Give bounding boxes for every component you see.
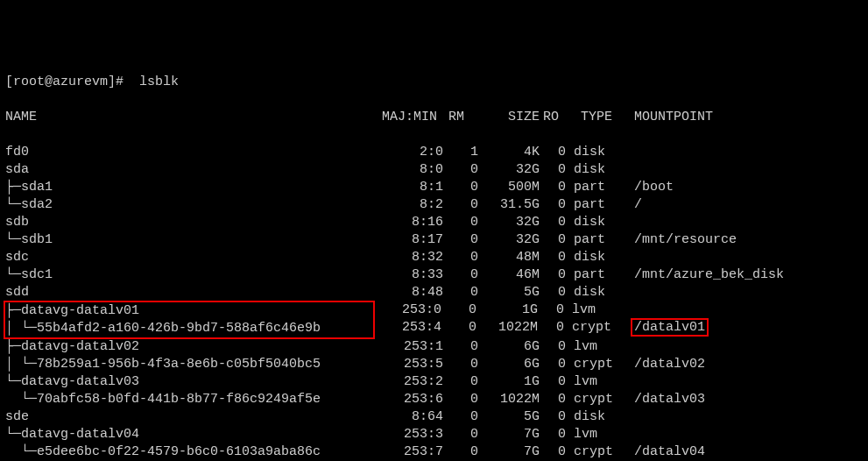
device-name: │ └─55b4afd2-a160-426b-9bd7-588af6c46e9b bbox=[5, 320, 373, 337]
mountpoint: / bbox=[634, 196, 642, 214]
header-size: SIZE bbox=[478, 109, 540, 126]
ro: 0 bbox=[540, 196, 566, 214]
table-row: └─sdb18:17032G0 part /mnt/resource bbox=[5, 231, 863, 249]
table-row: └─sda28:2031.5G0 part / bbox=[5, 196, 863, 214]
size: 1022M bbox=[478, 391, 540, 408]
majmin: 8:64 bbox=[373, 408, 443, 426]
device-name: └─sda2 bbox=[5, 196, 373, 214]
mountpoint: /boot bbox=[634, 179, 674, 196]
rm: 0 bbox=[443, 338, 478, 356]
device-name: ├─sda1 bbox=[5, 179, 373, 196]
type: lvm bbox=[574, 338, 626, 356]
device-name: sdc bbox=[5, 249, 373, 266]
rm: 0 bbox=[443, 284, 478, 301]
size: 4K bbox=[478, 144, 540, 161]
ro: 0 bbox=[540, 214, 566, 231]
table-row: ├─sda18:10500M0 part /boot bbox=[5, 179, 863, 196]
size: 5G bbox=[478, 284, 540, 301]
table-row: └─e5dee6bc-0f22-4579-b6c0-6103a9aba86c25… bbox=[5, 443, 863, 461]
table-row: fd02:014K0 disk bbox=[5, 144, 863, 161]
size: 31.5G bbox=[478, 196, 540, 214]
rm: 0 bbox=[443, 426, 478, 443]
rm: 0 bbox=[441, 301, 476, 319]
rm: 0 bbox=[443, 408, 478, 426]
size: 32G bbox=[478, 214, 540, 231]
size: 46M bbox=[478, 266, 540, 284]
size: 500M bbox=[478, 179, 540, 196]
majmin: 253:7 bbox=[373, 443, 443, 461]
majmin: 253:3 bbox=[373, 426, 443, 443]
majmin: 8:33 bbox=[373, 266, 443, 284]
rm: 0 bbox=[443, 214, 478, 231]
size: 7G bbox=[478, 426, 540, 443]
highlighted-rows: ├─datavg-datalv01│ └─55b4afd2-a160-426b-… bbox=[4, 301, 375, 339]
device-name: └─sdc1 bbox=[5, 266, 373, 284]
ro: 0 bbox=[540, 443, 566, 461]
ro: 0 bbox=[540, 249, 566, 266]
table-row: sdc8:32048M0 disk bbox=[5, 249, 863, 266]
header-type: TYPE bbox=[574, 109, 626, 126]
table-row: └─sdc18:33046M0 part /mnt/azure_bek_disk bbox=[5, 266, 863, 284]
column-headers: NAMEMAJ:MINRMSIZERO TYPE MOUNTPOINT bbox=[5, 109, 863, 126]
size: 6G bbox=[478, 338, 540, 356]
rm: 0 bbox=[443, 161, 478, 179]
header-rm: RM bbox=[443, 109, 478, 126]
rm: 0 bbox=[443, 356, 478, 373]
ro: 0 bbox=[540, 373, 566, 391]
type: lvm bbox=[574, 373, 626, 391]
ro: 0 bbox=[540, 391, 566, 408]
ro: 0 bbox=[540, 284, 566, 301]
size: 6G bbox=[478, 356, 540, 373]
rm: 0 bbox=[443, 231, 478, 249]
mountpoint: /datalv03 bbox=[634, 391, 705, 408]
type: disk bbox=[574, 214, 626, 231]
ro: 0 bbox=[540, 179, 566, 196]
rm: 0 bbox=[443, 249, 478, 266]
size: 1G bbox=[478, 373, 540, 391]
rm: 0 bbox=[443, 391, 478, 408]
majmin: 8:2 bbox=[373, 196, 443, 214]
size: 5G bbox=[478, 408, 540, 426]
ro: 0 bbox=[540, 408, 566, 426]
type: disk bbox=[574, 284, 626, 301]
majmin: 8:1 bbox=[373, 179, 443, 196]
ro: 0 bbox=[540, 426, 566, 443]
majmin: 8:0 bbox=[373, 161, 443, 179]
ro: 0 bbox=[540, 144, 566, 161]
type: lvm bbox=[574, 426, 626, 443]
device-name: sdb bbox=[5, 214, 373, 231]
rm: 0 bbox=[443, 179, 478, 196]
table-row: sde8:6405G0 disk bbox=[5, 408, 863, 426]
mountpoint: /mnt/azure_bek_disk bbox=[634, 266, 784, 284]
rm: 0 bbox=[443, 196, 478, 214]
mountpoint: /datalv04 bbox=[634, 443, 705, 461]
majmin: 2:0 bbox=[373, 144, 443, 161]
header-ro: RO bbox=[540, 109, 566, 126]
size: 1G bbox=[476, 301, 538, 319]
size: 32G bbox=[478, 161, 540, 179]
majmin: 8:48 bbox=[373, 284, 443, 301]
rm: 0 bbox=[441, 319, 476, 337]
mountpoint: /mnt/resource bbox=[634, 231, 737, 249]
header-majmin: MAJ:MIN bbox=[373, 109, 443, 126]
majmin: 253:5 bbox=[373, 356, 443, 373]
device-name: sda bbox=[5, 161, 373, 179]
table-row: └─70abfc58-b0fd-441b-8b77-f86c9249af5e25… bbox=[5, 391, 863, 408]
device-name: sde bbox=[5, 408, 373, 426]
type: crypt bbox=[574, 356, 626, 373]
ro: 0 bbox=[540, 231, 566, 249]
prompt-line: [root@azurevm]# lsblk bbox=[5, 74, 863, 91]
majmin: 253:6 bbox=[373, 391, 443, 408]
majmin: 8:32 bbox=[373, 249, 443, 266]
type: disk bbox=[574, 144, 626, 161]
type: disk bbox=[574, 161, 626, 179]
device-name: └─datavg-datalv04 bbox=[5, 426, 373, 443]
ro: 0 bbox=[540, 356, 566, 373]
device-name: └─70abfc58-b0fd-441b-8b77-f86c9249af5e bbox=[5, 391, 373, 408]
type: lvm bbox=[572, 301, 625, 319]
table-row: sdd8:4805G0 disk bbox=[5, 284, 863, 301]
table-row: sdb8:16032G0 disk bbox=[5, 214, 863, 231]
type: crypt bbox=[574, 443, 626, 461]
type: part bbox=[574, 231, 626, 249]
device-name: sdd bbox=[5, 284, 373, 301]
